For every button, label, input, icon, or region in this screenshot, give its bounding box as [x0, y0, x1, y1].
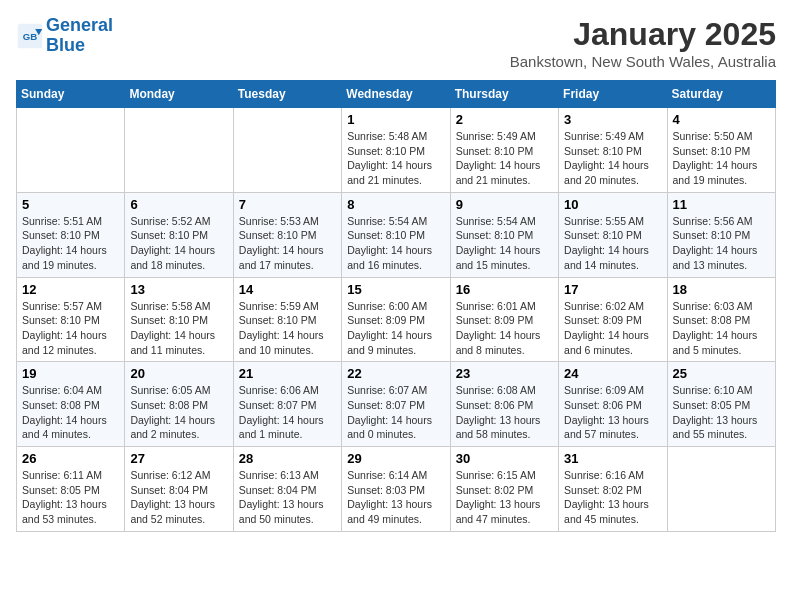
day-info: Sunrise: 6:14 AMSunset: 8:03 PMDaylight:… [347, 468, 444, 527]
day-info: Sunrise: 6:15 AMSunset: 8:02 PMDaylight:… [456, 468, 553, 527]
day-number: 10 [564, 197, 661, 212]
calendar-cell: 25Sunrise: 6:10 AMSunset: 8:05 PMDayligh… [667, 362, 775, 447]
day-info: Sunrise: 6:06 AMSunset: 8:07 PMDaylight:… [239, 383, 336, 442]
calendar-week-row: 26Sunrise: 6:11 AMSunset: 8:05 PMDayligh… [17, 447, 776, 532]
calendar-cell: 28Sunrise: 6:13 AMSunset: 8:04 PMDayligh… [233, 447, 341, 532]
weekday-header: Sunday [17, 81, 125, 108]
calendar-cell: 11Sunrise: 5:56 AMSunset: 8:10 PMDayligh… [667, 192, 775, 277]
calendar-cell: 30Sunrise: 6:15 AMSunset: 8:02 PMDayligh… [450, 447, 558, 532]
weekday-header: Monday [125, 81, 233, 108]
day-number: 25 [673, 366, 770, 381]
logo: GB General Blue [16, 16, 113, 56]
calendar-cell: 17Sunrise: 6:02 AMSunset: 8:09 PMDayligh… [559, 277, 667, 362]
day-number: 9 [456, 197, 553, 212]
calendar-cell: 13Sunrise: 5:58 AMSunset: 8:10 PMDayligh… [125, 277, 233, 362]
day-info: Sunrise: 5:52 AMSunset: 8:10 PMDaylight:… [130, 214, 227, 273]
calendar-week-row: 5Sunrise: 5:51 AMSunset: 8:10 PMDaylight… [17, 192, 776, 277]
day-number: 19 [22, 366, 119, 381]
day-number: 2 [456, 112, 553, 127]
calendar-cell: 18Sunrise: 6:03 AMSunset: 8:08 PMDayligh… [667, 277, 775, 362]
calendar-cell: 12Sunrise: 5:57 AMSunset: 8:10 PMDayligh… [17, 277, 125, 362]
day-number: 27 [130, 451, 227, 466]
day-number: 1 [347, 112, 444, 127]
day-number: 15 [347, 282, 444, 297]
weekday-header: Saturday [667, 81, 775, 108]
calendar-cell [667, 447, 775, 532]
weekday-header: Friday [559, 81, 667, 108]
day-info: Sunrise: 5:49 AMSunset: 8:10 PMDaylight:… [456, 129, 553, 188]
logo-icon: GB [16, 22, 44, 50]
calendar-cell [125, 108, 233, 193]
day-number: 30 [456, 451, 553, 466]
calendar-cell: 8Sunrise: 5:54 AMSunset: 8:10 PMDaylight… [342, 192, 450, 277]
day-info: Sunrise: 5:55 AMSunset: 8:10 PMDaylight:… [564, 214, 661, 273]
calendar-cell: 7Sunrise: 5:53 AMSunset: 8:10 PMDaylight… [233, 192, 341, 277]
day-number: 24 [564, 366, 661, 381]
day-info: Sunrise: 5:48 AMSunset: 8:10 PMDaylight:… [347, 129, 444, 188]
day-number: 7 [239, 197, 336, 212]
weekday-header: Wednesday [342, 81, 450, 108]
day-number: 4 [673, 112, 770, 127]
day-info: Sunrise: 6:13 AMSunset: 8:04 PMDaylight:… [239, 468, 336, 527]
day-number: 11 [673, 197, 770, 212]
calendar-cell: 4Sunrise: 5:50 AMSunset: 8:10 PMDaylight… [667, 108, 775, 193]
day-info: Sunrise: 6:11 AMSunset: 8:05 PMDaylight:… [22, 468, 119, 527]
day-info: Sunrise: 5:49 AMSunset: 8:10 PMDaylight:… [564, 129, 661, 188]
day-number: 6 [130, 197, 227, 212]
location: Bankstown, New South Wales, Australia [510, 53, 776, 70]
svg-text:GB: GB [23, 30, 37, 41]
title-block: January 2025 Bankstown, New South Wales,… [510, 16, 776, 70]
day-number: 21 [239, 366, 336, 381]
day-info: Sunrise: 5:53 AMSunset: 8:10 PMDaylight:… [239, 214, 336, 273]
calendar-cell: 10Sunrise: 5:55 AMSunset: 8:10 PMDayligh… [559, 192, 667, 277]
day-info: Sunrise: 5:50 AMSunset: 8:10 PMDaylight:… [673, 129, 770, 188]
calendar-cell: 6Sunrise: 5:52 AMSunset: 8:10 PMDaylight… [125, 192, 233, 277]
day-info: Sunrise: 6:02 AMSunset: 8:09 PMDaylight:… [564, 299, 661, 358]
day-info: Sunrise: 6:04 AMSunset: 8:08 PMDaylight:… [22, 383, 119, 442]
calendar-week-row: 19Sunrise: 6:04 AMSunset: 8:08 PMDayligh… [17, 362, 776, 447]
day-info: Sunrise: 6:03 AMSunset: 8:08 PMDaylight:… [673, 299, 770, 358]
calendar-cell: 9Sunrise: 5:54 AMSunset: 8:10 PMDaylight… [450, 192, 558, 277]
weekday-header: Tuesday [233, 81, 341, 108]
day-number: 18 [673, 282, 770, 297]
day-info: Sunrise: 6:01 AMSunset: 8:09 PMDaylight:… [456, 299, 553, 358]
calendar-cell: 23Sunrise: 6:08 AMSunset: 8:06 PMDayligh… [450, 362, 558, 447]
day-info: Sunrise: 6:00 AMSunset: 8:09 PMDaylight:… [347, 299, 444, 358]
calendar-cell: 24Sunrise: 6:09 AMSunset: 8:06 PMDayligh… [559, 362, 667, 447]
calendar-week-row: 12Sunrise: 5:57 AMSunset: 8:10 PMDayligh… [17, 277, 776, 362]
day-info: Sunrise: 5:51 AMSunset: 8:10 PMDaylight:… [22, 214, 119, 273]
calendar-cell: 20Sunrise: 6:05 AMSunset: 8:08 PMDayligh… [125, 362, 233, 447]
day-number: 29 [347, 451, 444, 466]
day-number: 26 [22, 451, 119, 466]
day-info: Sunrise: 6:09 AMSunset: 8:06 PMDaylight:… [564, 383, 661, 442]
day-number: 16 [456, 282, 553, 297]
day-info: Sunrise: 6:05 AMSunset: 8:08 PMDaylight:… [130, 383, 227, 442]
day-info: Sunrise: 6:07 AMSunset: 8:07 PMDaylight:… [347, 383, 444, 442]
day-number: 20 [130, 366, 227, 381]
calendar-cell: 15Sunrise: 6:00 AMSunset: 8:09 PMDayligh… [342, 277, 450, 362]
calendar-cell: 2Sunrise: 5:49 AMSunset: 8:10 PMDaylight… [450, 108, 558, 193]
day-number: 12 [22, 282, 119, 297]
calendar-cell: 27Sunrise: 6:12 AMSunset: 8:04 PMDayligh… [125, 447, 233, 532]
day-info: Sunrise: 5:57 AMSunset: 8:10 PMDaylight:… [22, 299, 119, 358]
calendar-cell: 16Sunrise: 6:01 AMSunset: 8:09 PMDayligh… [450, 277, 558, 362]
calendar-cell: 1Sunrise: 5:48 AMSunset: 8:10 PMDaylight… [342, 108, 450, 193]
day-number: 14 [239, 282, 336, 297]
day-number: 22 [347, 366, 444, 381]
calendar-cell: 21Sunrise: 6:06 AMSunset: 8:07 PMDayligh… [233, 362, 341, 447]
page-header: GB General Blue January 2025 Bankstown, … [16, 16, 776, 70]
day-info: Sunrise: 6:12 AMSunset: 8:04 PMDaylight:… [130, 468, 227, 527]
calendar-table: SundayMondayTuesdayWednesdayThursdayFrid… [16, 80, 776, 532]
day-number: 13 [130, 282, 227, 297]
calendar-cell: 31Sunrise: 6:16 AMSunset: 8:02 PMDayligh… [559, 447, 667, 532]
calendar-cell: 26Sunrise: 6:11 AMSunset: 8:05 PMDayligh… [17, 447, 125, 532]
day-number: 31 [564, 451, 661, 466]
day-number: 23 [456, 366, 553, 381]
weekday-header-row: SundayMondayTuesdayWednesdayThursdayFrid… [17, 81, 776, 108]
day-info: Sunrise: 5:54 AMSunset: 8:10 PMDaylight:… [347, 214, 444, 273]
month-title: January 2025 [510, 16, 776, 53]
day-number: 17 [564, 282, 661, 297]
day-number: 5 [22, 197, 119, 212]
day-info: Sunrise: 6:10 AMSunset: 8:05 PMDaylight:… [673, 383, 770, 442]
calendar-cell: 5Sunrise: 5:51 AMSunset: 8:10 PMDaylight… [17, 192, 125, 277]
